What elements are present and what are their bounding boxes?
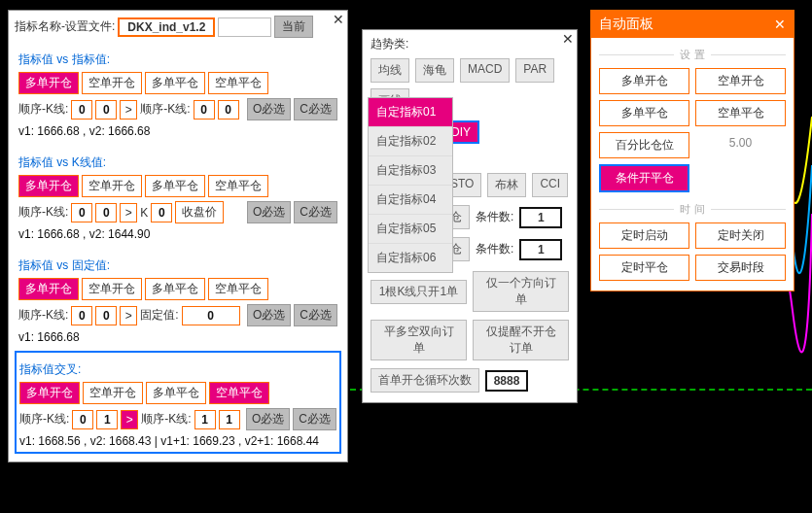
c-required-btn[interactable]: C必选 bbox=[294, 201, 337, 223]
seq1-a[interactable]: 0 bbox=[72, 410, 93, 429]
trend-tag[interactable]: 海龟 bbox=[415, 58, 454, 83]
trend-tag[interactable]: 均线 bbox=[371, 58, 409, 83]
seq1-label: 顺序-K线: bbox=[18, 204, 68, 221]
position-btn[interactable]: 空单平仓 bbox=[209, 382, 269, 404]
seq2-b[interactable]: 0 bbox=[218, 100, 239, 120]
dropdown-item[interactable]: 自定指标05 bbox=[369, 215, 452, 244]
section-1: 指标值 vs K线值:多单开仓空单开仓多单平仓空单平仓顺序-K线:00>K0收盘… bbox=[15, 145, 341, 246]
seq2-a[interactable]: 1 bbox=[194, 410, 216, 429]
dropdown-item[interactable]: 自定指标01 bbox=[369, 98, 452, 127]
position-btn[interactable]: 空单开仓 bbox=[82, 175, 142, 197]
dropdown-item[interactable]: 自定指标03 bbox=[369, 156, 452, 186]
seq2-b[interactable]: 1 bbox=[219, 410, 240, 429]
filename-extra-field[interactable] bbox=[218, 17, 271, 37]
auto-panel-btn[interactable]: 定时关闭 bbox=[695, 222, 786, 249]
filename-value[interactable]: DKX_ind_v1.2 bbox=[118, 17, 215, 37]
section-3: 指标值交叉:多单开仓空单开仓多单平仓空单平仓顺序-K线:01>顺序-K线:11O… bbox=[15, 351, 341, 454]
dropdown-item[interactable]: 自定指标06 bbox=[369, 244, 452, 272]
position-btn[interactable]: 空单平仓 bbox=[208, 278, 268, 300]
k-val[interactable]: 0 bbox=[151, 203, 172, 222]
c-required-btn[interactable]: C必选 bbox=[294, 98, 337, 120]
o-required-btn[interactable]: O必选 bbox=[246, 408, 290, 430]
indicator-settings-panel: ✕ 指标名称-设置文件: DKX_ind_v1.2 当前 指标值 vs 指标值:… bbox=[8, 10, 348, 462]
compare-op[interactable]: > bbox=[120, 100, 137, 120]
seq1-a[interactable]: 0 bbox=[71, 100, 92, 120]
cond-value[interactable]: 1 bbox=[519, 239, 562, 260]
seq2-label: 顺序-K线: bbox=[140, 101, 190, 118]
position-btn[interactable]: 空单开仓 bbox=[82, 278, 142, 300]
trend-tag[interactable]: CCI bbox=[532, 173, 568, 197]
section-2: 指标值 vs 固定值:多单开仓空单开仓多单平仓空单平仓顺序-K线:00>固定值:… bbox=[15, 248, 341, 349]
position-btn[interactable]: 空单平仓 bbox=[208, 72, 268, 94]
loop-value[interactable]: 8888 bbox=[485, 370, 528, 392]
auto-panel-btn: 5.00 bbox=[695, 132, 786, 158]
auto-panel-btn[interactable]: 多单开仓 bbox=[599, 68, 689, 94]
position-btn[interactable]: 多单平仓 bbox=[145, 175, 205, 197]
auto-panel-btn[interactable]: 条件开平仓 bbox=[599, 164, 689, 192]
seq1-b[interactable]: 1 bbox=[96, 410, 118, 429]
cond-label: 条件数: bbox=[476, 241, 513, 257]
close-icon[interactable]: ✕ bbox=[333, 12, 344, 27]
order-mode-btn[interactable]: 平多空双向订单 bbox=[371, 320, 467, 360]
values-readout: v1: 1666.68 , v2: 1666.68 bbox=[18, 124, 337, 138]
position-btn[interactable]: 多单开仓 bbox=[18, 278, 79, 300]
order-mode-btn[interactable]: 仅一个方向订单 bbox=[473, 271, 569, 312]
o-required-btn[interactable]: O必选 bbox=[247, 304, 291, 326]
dropdown-item[interactable]: 自定指标04 bbox=[369, 186, 452, 215]
compare-op[interactable]: > bbox=[121, 410, 138, 429]
position-btn[interactable]: 多单平仓 bbox=[145, 72, 205, 94]
position-btn[interactable]: 多单开仓 bbox=[19, 382, 80, 404]
seq1-label: 顺序-K线: bbox=[18, 307, 68, 324]
position-btn[interactable]: 多单开仓 bbox=[18, 72, 79, 94]
compare-op[interactable]: > bbox=[120, 306, 137, 325]
k-label: K bbox=[140, 206, 148, 220]
time-group-label: 时 间 bbox=[599, 202, 786, 217]
values-readout: v1: 1666.68 , v2: 1644.90 bbox=[18, 227, 337, 241]
values-readout: v1: 1666.68 bbox=[18, 330, 337, 344]
position-btn[interactable]: 空单平仓 bbox=[208, 175, 268, 197]
auto-panel-btn[interactable]: 百分比仓位 bbox=[599, 132, 689, 158]
auto-panel-btn[interactable]: 多单平仓 bbox=[599, 100, 689, 126]
seq1-a[interactable]: 0 bbox=[71, 306, 92, 325]
position-btn[interactable]: 空单开仓 bbox=[83, 382, 143, 404]
fixed-val[interactable]: 0 bbox=[182, 306, 240, 325]
close-icon[interactable]: ✕ bbox=[774, 17, 786, 32]
auto-panel-btn[interactable]: 空单开仓 bbox=[695, 68, 786, 94]
trend-tag[interactable]: MACD bbox=[460, 58, 510, 83]
cond-value[interactable]: 1 bbox=[519, 207, 562, 228]
section-title: 指标值交叉: bbox=[19, 361, 336, 378]
order-mode-btn[interactable]: 1根K线只开1单 bbox=[371, 280, 467, 304]
seq1-b[interactable]: 0 bbox=[95, 203, 117, 222]
dropdown-item[interactable]: 自定指标02 bbox=[369, 127, 452, 156]
trend-tag[interactable]: 布林 bbox=[487, 173, 526, 197]
c-required-btn[interactable]: C必选 bbox=[294, 304, 337, 326]
position-btn[interactable]: 多单平仓 bbox=[146, 382, 206, 404]
seq2-a[interactable]: 0 bbox=[194, 100, 215, 120]
trend-tag[interactable]: PAR bbox=[515, 58, 554, 83]
settings-group-label: 设 置 bbox=[599, 48, 786, 62]
seq2-label: 顺序-K线: bbox=[141, 411, 191, 428]
current-button[interactable]: 当前 bbox=[274, 16, 313, 38]
order-mode-btn[interactable]: 仅提醒不开仓订单 bbox=[473, 320, 569, 360]
seq1-b[interactable]: 0 bbox=[95, 306, 117, 325]
auto-panel-btn[interactable]: 交易时段 bbox=[695, 255, 786, 281]
trend-title: 趋势类: bbox=[371, 36, 569, 52]
section-title: 指标值 vs K线值: bbox=[18, 154, 337, 171]
close-price-btn[interactable]: 收盘价 bbox=[175, 201, 224, 223]
seq1-b[interactable]: 0 bbox=[95, 100, 117, 120]
position-btn[interactable]: 多单开仓 bbox=[18, 175, 79, 197]
fixed-label: 固定值: bbox=[140, 307, 178, 324]
position-btn[interactable]: 空单开仓 bbox=[82, 72, 142, 94]
o-required-btn[interactable]: O必选 bbox=[247, 98, 291, 120]
custom-indicator-dropdown: 自定指标01自定指标02自定指标03自定指标04自定指标05自定指标06 bbox=[368, 97, 453, 273]
auto-panel-btn[interactable]: 定时启动 bbox=[599, 222, 689, 249]
auto-panel-btn[interactable]: 定时平仓 bbox=[599, 255, 689, 281]
section-title: 指标值 vs 固定值: bbox=[18, 257, 337, 274]
seq1-a[interactable]: 0 bbox=[71, 203, 92, 222]
compare-op[interactable]: > bbox=[120, 203, 137, 222]
position-btn[interactable]: 多单平仓 bbox=[145, 278, 205, 300]
auto-panel-btn[interactable]: 空单平仓 bbox=[695, 100, 786, 126]
c-required-btn[interactable]: C必选 bbox=[293, 408, 336, 430]
o-required-btn[interactable]: O必选 bbox=[247, 201, 291, 223]
close-icon[interactable]: ✕ bbox=[562, 31, 574, 47]
